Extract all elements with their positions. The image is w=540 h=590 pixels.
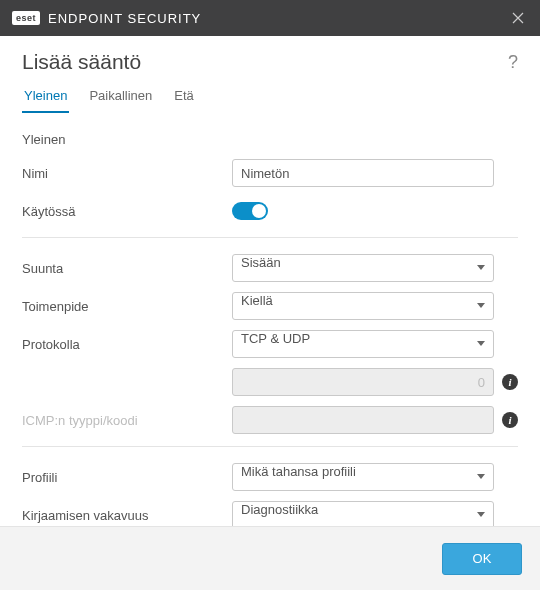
label-profile: Profiili xyxy=(22,470,232,485)
row-profile: Profiili Mikä tahansa profiili xyxy=(22,461,518,493)
help-button[interactable]: ? xyxy=(508,52,518,73)
dialog-header: Lisää sääntö ? xyxy=(0,36,540,82)
brand: eset ENDPOINT SECURITY xyxy=(12,11,201,26)
select-profile[interactable]: Mikä tahansa profiili xyxy=(232,463,494,491)
brand-product: ENDPOINT SECURITY xyxy=(48,11,201,26)
dialog-title: Lisää sääntö xyxy=(22,50,141,74)
label-protocol: Protokolla xyxy=(22,337,232,352)
toggle-enabled[interactable] xyxy=(232,202,268,220)
row-icmp: ICMP:n tyyppi/koodi i xyxy=(22,404,518,436)
title-bar: eset ENDPOINT SECURITY xyxy=(0,0,540,36)
label-severity: Kirjaamisen vakavuus xyxy=(22,508,232,523)
tab-remote[interactable]: Etä xyxy=(172,82,196,113)
close-icon xyxy=(512,12,524,24)
input-icmp xyxy=(232,406,494,434)
row-action: Toimenpide Kiellä xyxy=(22,290,518,322)
label-direction: Suunta xyxy=(22,261,232,276)
content: Yleinen Nimi Käytössä Suunta Sisään Toim… xyxy=(0,114,540,569)
ok-button[interactable]: OK xyxy=(442,543,522,575)
tabs: Yleinen Paikallinen Etä xyxy=(0,82,540,114)
select-action[interactable]: Kiellä xyxy=(232,292,494,320)
brand-badge: eset xyxy=(12,11,40,25)
tab-general[interactable]: Yleinen xyxy=(22,82,69,113)
select-severity[interactable]: Diagnostiikka xyxy=(232,501,494,529)
label-name: Nimi xyxy=(22,166,232,181)
divider xyxy=(22,446,518,447)
select-direction[interactable]: Sisään xyxy=(232,254,494,282)
section-general-heading: Yleinen xyxy=(22,132,518,147)
row-name: Nimi xyxy=(22,157,518,189)
row-protocol-number: i xyxy=(22,366,518,398)
label-icmp: ICMP:n tyyppi/koodi xyxy=(22,413,232,428)
label-enabled: Käytössä xyxy=(22,204,232,219)
row-protocol: Protokolla TCP & UDP xyxy=(22,328,518,360)
row-direction: Suunta Sisään xyxy=(22,252,518,284)
input-name[interactable] xyxy=(232,159,494,187)
select-protocol[interactable]: TCP & UDP xyxy=(232,330,494,358)
info-icon[interactable]: i xyxy=(502,412,518,428)
footer: OK xyxy=(0,526,540,590)
close-button[interactable] xyxy=(506,6,530,30)
input-protocol-number xyxy=(232,368,494,396)
divider xyxy=(22,237,518,238)
info-icon[interactable]: i xyxy=(502,374,518,390)
label-action: Toimenpide xyxy=(22,299,232,314)
row-enabled: Käytössä xyxy=(22,195,518,227)
tab-local[interactable]: Paikallinen xyxy=(87,82,154,113)
